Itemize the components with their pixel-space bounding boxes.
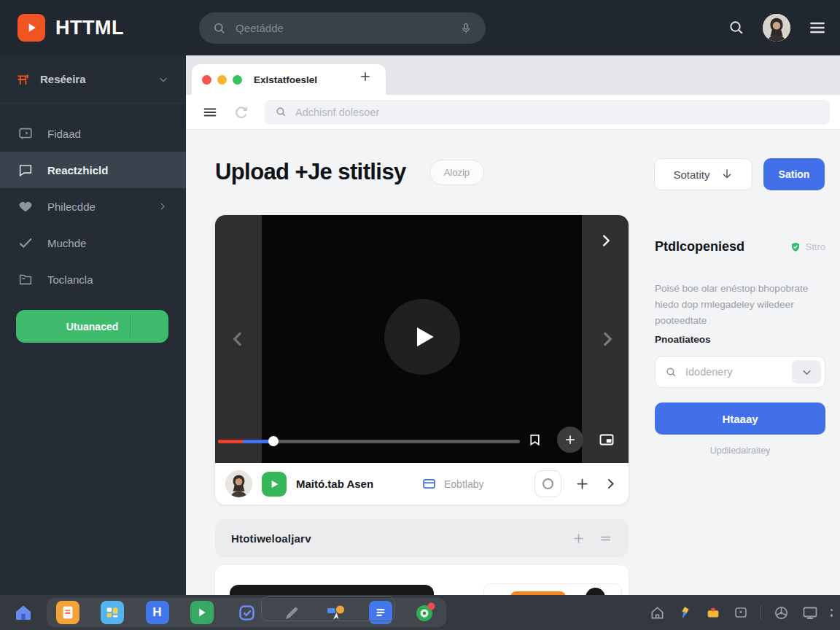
sidebar-item-reactzhicld[interactable]: Reactzhicld bbox=[0, 152, 186, 188]
app-tasks-check-icon[interactable] bbox=[235, 601, 258, 624]
expand-chevron-icon[interactable] bbox=[598, 233, 614, 249]
chevron-down-icon[interactable] bbox=[792, 360, 821, 384]
reload-icon[interactable] bbox=[233, 104, 250, 121]
sidebar-item-label: Fidaad bbox=[47, 128, 81, 140]
address-text: Adchisnf dolesoer bbox=[295, 106, 379, 118]
screen: HTTML Qeetádde bbox=[0, 0, 840, 630]
verified-label: Sttro bbox=[806, 241, 825, 252]
section-title: Htotiweloaljarv bbox=[231, 532, 311, 545]
video-player-card: Maitó.tab Asen Eobtlaby bbox=[215, 215, 629, 505]
folder-icon bbox=[18, 271, 35, 287]
play-logo-icon bbox=[18, 14, 45, 42]
new-tab-button[interactable] bbox=[352, 63, 378, 90]
app-h-icon[interactable]: H bbox=[146, 601, 169, 624]
overflow-dots-icon[interactable] bbox=[831, 609, 833, 617]
app-green-editor-icon[interactable] bbox=[190, 601, 214, 624]
plus-icon[interactable] bbox=[572, 532, 586, 545]
search-icon bbox=[212, 21, 227, 36]
submit-button-label: Htaaay bbox=[722, 413, 758, 425]
video-player[interactable] bbox=[215, 215, 629, 463]
player-tools bbox=[527, 427, 615, 453]
heart-icon bbox=[18, 198, 35, 214]
progress-knob[interactable] bbox=[268, 436, 279, 446]
screenshot-icon[interactable] bbox=[733, 604, 749, 621]
global-search-input[interactable]: Qeetádde bbox=[199, 12, 486, 44]
plus-icon[interactable] bbox=[575, 476, 590, 491]
close-window-icon[interactable] bbox=[202, 75, 211, 85]
list-item-card[interactable] bbox=[215, 565, 629, 595]
sidebar-item-label: Toclancla bbox=[47, 273, 93, 286]
channel-play-badge-icon bbox=[262, 472, 287, 497]
play-icon bbox=[407, 322, 438, 352]
app-pencil-icon[interactable] bbox=[279, 601, 303, 624]
sidebar-item-fidaad[interactable]: Fidaad bbox=[0, 115, 186, 152]
video-progress-bar[interactable] bbox=[218, 440, 520, 443]
sidebar-item-label: Philecdde bbox=[47, 201, 96, 213]
progress-segment-red bbox=[218, 440, 243, 443]
briefcase-icon[interactable] bbox=[705, 604, 721, 621]
taskbar-tray bbox=[649, 595, 833, 630]
next-chevron-icon[interactable] bbox=[598, 330, 617, 349]
arrow-down-icon bbox=[720, 168, 734, 181]
app-award-icon[interactable] bbox=[324, 601, 348, 624]
section-header[interactable]: Htotiweloaljarv bbox=[215, 519, 629, 557]
play-button[interactable] bbox=[384, 299, 460, 375]
video-tag[interactable]: Eobtlaby bbox=[421, 476, 483, 491]
hamburger-menu-icon[interactable] bbox=[808, 18, 827, 37]
global-search-placeholder: Qeetádde bbox=[236, 22, 451, 34]
upload-button-label: Utuanaced bbox=[66, 321, 119, 332]
page-content: Upload +Je stitlisy Alozip Sotatity Sati… bbox=[186, 130, 840, 595]
minimize-window-icon[interactable] bbox=[217, 75, 227, 85]
app-logo[interactable]: HTTML bbox=[18, 14, 124, 42]
channel-name: Maitó.tab Asen bbox=[296, 478, 373, 490]
user-avatar[interactable] bbox=[763, 14, 790, 42]
home-icon[interactable] bbox=[649, 604, 666, 621]
equals-icon[interactable] bbox=[599, 532, 612, 545]
workspace-icon bbox=[16, 72, 31, 87]
app-notes-icon[interactable] bbox=[56, 601, 79, 624]
app-browser-icon[interactable] bbox=[413, 601, 437, 624]
address-bar[interactable]: Adchisnf dolesoer bbox=[265, 100, 830, 125]
page-title: Upload +Je stitlisy bbox=[215, 159, 406, 185]
pin-icon[interactable] bbox=[677, 604, 693, 621]
upload-button[interactable]: Utuanaced bbox=[16, 310, 168, 343]
channel-avatar[interactable] bbox=[225, 470, 252, 497]
sidebar-item-toclancla[interactable]: Toclancla bbox=[0, 261, 186, 298]
primary-action-button[interactable]: Sation bbox=[763, 158, 825, 190]
prev-chevron-icon[interactable] bbox=[228, 330, 247, 349]
app-dashboard-icon[interactable] bbox=[101, 601, 124, 624]
submit-button[interactable]: Htaaay bbox=[655, 402, 825, 435]
steering-wheel-icon[interactable] bbox=[773, 604, 790, 621]
home-launcher-icon[interactable] bbox=[13, 602, 34, 623]
video-thumbnail bbox=[230, 585, 434, 595]
bookmark-icon[interactable] bbox=[527, 432, 542, 448]
record-button[interactable] bbox=[534, 470, 561, 497]
browser-menu-icon[interactable] bbox=[202, 104, 218, 120]
workspace-switcher[interactable]: Reséeira bbox=[0, 55, 186, 104]
pip-icon[interactable] bbox=[598, 431, 615, 448]
mic-icon[interactable] bbox=[459, 22, 472, 35]
details-description: Poisé boe olar enéstop bhopobrate hiedo … bbox=[655, 281, 825, 329]
category-select[interactable]: Idodenery bbox=[655, 356, 825, 388]
topbar-actions bbox=[728, 0, 827, 55]
taskbar: H bbox=[0, 595, 840, 630]
chevron-right-icon bbox=[157, 201, 168, 212]
sidebar-item-philecdde[interactable]: Philecdde bbox=[0, 188, 186, 225]
display-icon[interactable] bbox=[801, 604, 819, 621]
sidebar-item-muchde[interactable]: Muchde bbox=[0, 225, 186, 261]
check-icon bbox=[18, 235, 35, 251]
sort-button[interactable]: Sotatity bbox=[654, 158, 752, 190]
app-docs-icon[interactable] bbox=[369, 601, 392, 624]
maximize-window-icon[interactable] bbox=[233, 75, 242, 85]
video-info-controls bbox=[534, 470, 618, 497]
search-icon[interactable] bbox=[728, 19, 745, 36]
chevron-right-icon[interactable] bbox=[603, 476, 618, 491]
add-button[interactable] bbox=[557, 427, 583, 453]
sidebar: Reséeira Fidaad Reactzhicld bbox=[0, 55, 186, 595]
card-icon bbox=[421, 476, 437, 491]
sidebar-item-label: Reactzhicld bbox=[47, 164, 108, 176]
workspace-label: Reséeira bbox=[40, 73, 147, 85]
verified-badge: Sttro bbox=[790, 241, 825, 253]
shield-check-icon bbox=[790, 241, 801, 253]
details-footnote: Updiledalraitey bbox=[655, 446, 825, 456]
